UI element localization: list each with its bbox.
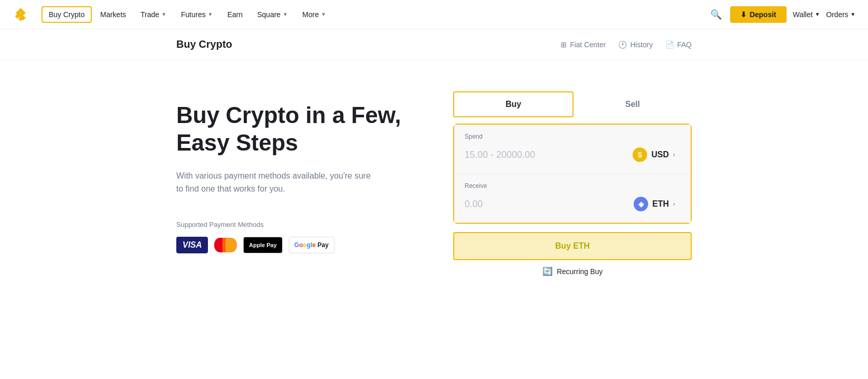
nav-logo[interactable] [12, 6, 29, 23]
navbar: Buy Crypto Markets Trade ▼ Futures ▼ Ear… [0, 0, 868, 29]
eth-icon: ◈ [634, 197, 648, 211]
search-icon[interactable]: 🔍 [708, 7, 724, 22]
wallet-arrow: ▼ [815, 11, 820, 17]
receive-value[interactable]: 0.00 [465, 199, 483, 210]
nav-right: 🔍 ⬇ Deposit Wallet ▼ Orders ▼ [708, 6, 856, 23]
faq-link[interactable]: 📄 FAQ [665, 40, 692, 49]
spend-row: 15.00 - 20000.00 $ USD › [465, 144, 680, 165]
deposit-icon: ⬇ [740, 10, 747, 19]
widget-box: Spend 15.00 - 20000.00 $ USD › Receive 0… [453, 124, 692, 224]
fiat-center-link[interactable]: ⊞ Fiat Center [561, 40, 606, 49]
faq-icon: 📄 [665, 40, 674, 49]
nav-square[interactable]: Square ▼ [251, 7, 294, 22]
nav-more[interactable]: More ▼ [296, 7, 332, 22]
receive-label: Receive [465, 182, 680, 190]
left-side: Buy Crypto in a Few, Easy Steps With var… [176, 91, 412, 349]
spend-label: Spend [465, 133, 680, 140]
nav-buy-crypto[interactable]: Buy Crypto [41, 6, 92, 23]
payment-methods-label: Supported Payment Methods [176, 221, 412, 228]
buy-sell-widget: Buy Sell Spend 15.00 - 20000.00 $ USD › [453, 91, 692, 349]
fiat-center-icon: ⊞ [561, 40, 567, 49]
receive-row: 0.00 ◈ ETH › [465, 194, 680, 214]
page-header: Buy Crypto ⊞ Fiat Center 🕐 History 📄 FAQ [0, 29, 868, 60]
spend-value[interactable]: 15.00 - 20000.00 [465, 150, 535, 160]
more-arrow: ▼ [321, 11, 326, 17]
recurring-buy-label: Recurring Buy [557, 267, 603, 276]
spend-field-group: Spend 15.00 - 20000.00 $ USD › [454, 125, 691, 173]
nav-items: Buy Crypto Markets Trade ▼ Futures ▼ Ear… [41, 6, 708, 23]
hero-title: Buy Crypto in a Few, Easy Steps [176, 102, 412, 157]
spend-currency-arrow: › [673, 151, 675, 158]
history-icon: 🕐 [618, 40, 627, 49]
trade-arrow: ▼ [161, 11, 166, 17]
nav-earn[interactable]: Earn [221, 7, 249, 22]
receive-field-group: Receive 0.00 ◈ ETH › [454, 173, 691, 223]
mastercard-icon [214, 238, 237, 252]
deposit-button[interactable]: ⬇ Deposit [730, 6, 787, 23]
payment-icons: VISA Apple Pay Google Pay [176, 237, 412, 253]
visa-icon: VISA [176, 237, 208, 253]
apple-pay-icon: Apple Pay [243, 237, 282, 253]
spend-currency-selector[interactable]: $ USD › [627, 144, 680, 165]
square-arrow: ▼ [283, 11, 288, 17]
page-actions: ⊞ Fiat Center 🕐 History 📄 FAQ [561, 40, 692, 49]
history-link[interactable]: 🕐 History [618, 40, 653, 49]
receive-currency-arrow: › [673, 200, 675, 208]
usd-icon: $ [633, 147, 647, 162]
spend-currency-name: USD [651, 150, 669, 159]
main-content: Buy Crypto in a Few, Easy Steps With var… [0, 60, 868, 379]
google-pay-icon: Google Pay [289, 237, 334, 253]
nav-futures[interactable]: Futures ▼ [175, 7, 219, 22]
tab-buy[interactable]: Buy [453, 91, 573, 117]
recurring-icon: 🔄 [542, 266, 553, 276]
nav-trade[interactable]: Trade ▼ [134, 7, 173, 22]
tab-sell[interactable]: Sell [573, 91, 692, 117]
recurring-buy-link[interactable]: 🔄 Recurring Buy [453, 266, 692, 276]
buy-sell-tabs: Buy Sell [453, 91, 692, 117]
wallet-button[interactable]: Wallet ▼ [793, 10, 820, 19]
buy-eth-button[interactable]: Buy ETH [453, 232, 692, 260]
orders-arrow: ▼ [850, 11, 856, 17]
futures-arrow: ▼ [207, 11, 213, 17]
hero-subtitle: With various payment methods available, … [176, 169, 373, 196]
page-title: Buy Crypto [176, 38, 232, 50]
receive-currency-selector[interactable]: ◈ ETH › [628, 194, 680, 214]
nav-markets[interactable]: Markets [94, 7, 132, 22]
orders-button[interactable]: Orders ▼ [826, 10, 856, 19]
receive-currency-name: ETH [652, 199, 669, 209]
